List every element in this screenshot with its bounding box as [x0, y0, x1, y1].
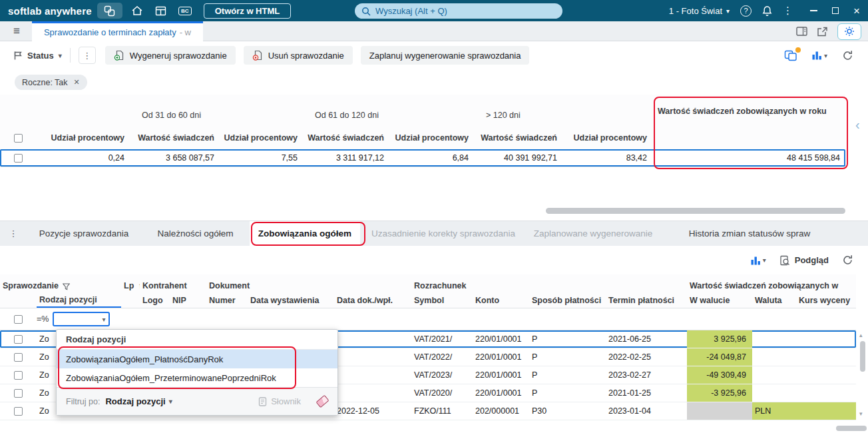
hamburger-menu-icon[interactable]: ≡ [13, 25, 20, 38]
column-header-wartosc[interactable]: Wartość świadczeń [130, 127, 220, 149]
frozen-column-nav-icon[interactable]: ‹ [855, 117, 860, 133]
upper-horizontal-scrollbar[interactable] [546, 208, 845, 214]
column-header-udzial[interactable]: Udział procentowy [37, 127, 130, 149]
tab-pozycje-sprawozdania[interactable]: Pozycje sprawozdania [27, 221, 141, 246]
dictionary-button[interactable]: Słownik [258, 396, 301, 406]
document-plus-icon [114, 50, 124, 61]
generate-report-button[interactable]: Wygeneruj sprawozdanie [105, 46, 236, 65]
bc-button[interactable]: BC [176, 3, 194, 19]
help-button[interactable]: ? [740, 5, 752, 17]
cell-kurs [796, 366, 856, 384]
column-header-wartosc[interactable]: Wartość świadczeń [474, 127, 562, 149]
row-checkbox[interactable] [14, 389, 23, 398]
row-checkbox[interactable] [14, 335, 23, 344]
filter-chip-roczne[interactable]: Roczne: Tak ✕ [15, 75, 87, 90]
topbar-menu-button[interactable]: ⋮ [783, 5, 793, 17]
side-panel-button[interactable] [796, 27, 807, 36]
delete-report-button[interactable]: Usuń sprawozdanie [244, 46, 353, 65]
cell-sposob: P [529, 366, 606, 384]
refresh-button[interactable] [842, 50, 853, 61]
lower-horizontal-scrollbar[interactable] [836, 426, 867, 431]
vertical-scrollbar-thumb[interactable] [860, 341, 865, 372]
column-header-waluta[interactable]: Waluta [752, 292, 796, 308]
close-button[interactable]: × [853, 5, 860, 17]
column-header-wartosc[interactable]: Wartość świadczeń [303, 127, 389, 149]
search-input[interactable] [375, 6, 556, 16]
column-header-data-wystawienia[interactable]: Data wystawienia [248, 292, 334, 308]
cell-w-walucie: -3 925,96 [687, 384, 752, 402]
column-header-rodzaj-pozycji[interactable]: Rodzaj pozycji [37, 292, 121, 308]
cell-symbol: VAT/2021/ [411, 330, 473, 348]
column-header-udzial[interactable]: Udział procentowy [220, 127, 303, 149]
column-group-lp[interactable]: Lp ↑ [121, 274, 140, 292]
column-header-year-value[interactable]: Wartość świadczeń zobowiązanych w roku [652, 104, 845, 149]
tab-zaplanowane-wygenerowanie[interactable]: Zaplanowane wygenerowanie [527, 221, 660, 246]
dropdown-option-platnosc-dany-rok[interactable]: ZobowiązaniaOgółem_PłatnośćDanyRok [57, 350, 337, 368]
share-button[interactable] [817, 27, 828, 37]
cell-termin: 2023-01-04 [606, 402, 687, 420]
column-header-udzial[interactable]: Udział procentowy [389, 127, 474, 149]
home-button[interactable] [128, 3, 146, 19]
tab-naleznosci-ogolem[interactable]: Należności ogółem [141, 221, 250, 246]
filter-field-selector[interactable]: Rodzaj pozycji ▾ [105, 396, 172, 406]
tab-historia-zmian-statusow[interactable]: Historia zmian statusów spraw [660, 221, 839, 246]
column-header-kurs-wyceny[interactable]: Kurs wyceny [796, 292, 856, 308]
column-header-konto[interactable]: Konto [473, 292, 529, 308]
views-button[interactable] [784, 50, 797, 61]
cell-termin: 2021-06-25 [606, 330, 687, 348]
filter-operator[interactable]: =% [37, 314, 49, 324]
column-group-sprawozdanie[interactable]: Sprawozdanie [0, 274, 121, 292]
preview-button[interactable]: Podgląd [779, 255, 829, 266]
maximize-button[interactable] [832, 7, 839, 14]
tab-strip-menu-icon[interactable]: ⋮ [0, 221, 27, 246]
row-checkbox[interactable] [14, 154, 23, 163]
modules-button[interactable] [97, 3, 122, 19]
upper-grid-row-selected[interactable]: 0,24 3 658 087,57 7,55 3 311 917,12 6,84… [0, 149, 845, 167]
experimental-mode-button[interactable] [837, 23, 861, 40]
cell-w-walucie [687, 402, 752, 420]
chart-view-button[interactable]: ▾ [812, 51, 827, 60]
global-search[interactable] [355, 3, 562, 19]
column-header-logo[interactable]: Logo [140, 292, 170, 308]
remove-filter-icon[interactable]: ✕ [74, 78, 80, 87]
scroll-down-arrow[interactable]: ▾ [859, 410, 863, 417]
document-tab-active[interactable]: Sprawozdanie o terminach zapłaty - w [32, 21, 203, 41]
column-header-w-walucie[interactable]: W walucie [687, 292, 752, 308]
status-dropdown[interactable]: Status ▾ [13, 51, 62, 61]
notifications-button[interactable] [762, 5, 772, 17]
scroll-up-arrow[interactable]: ▴ [859, 332, 863, 338]
detail-refresh-button[interactable] [842, 254, 853, 266]
schedule-report-button[interactable]: Zaplanuj wygenerowanie sprawozdania [361, 46, 530, 65]
column-header-sposob-platnosci[interactable]: Sposób płatności [529, 292, 606, 308]
column-header-symbol[interactable]: Symbol [411, 292, 473, 308]
minimize-button[interactable] [810, 10, 817, 11]
column-header-numer[interactable]: Numer [206, 292, 248, 308]
rodzaj-filter-combobox[interactable]: ▾ [53, 312, 110, 326]
cell-udzial-over-120: 83,42 [562, 149, 652, 167]
column-header-termin-platnosci[interactable]: Termin płatności [606, 292, 687, 308]
column-header-udzial[interactable]: Udział procentowy [562, 127, 652, 149]
refresh-icon [842, 50, 853, 61]
column-group-wartosc[interactable]: Wartość świadczeń zobowiązanych w [687, 274, 856, 292]
select-all-checkbox[interactable] [14, 315, 23, 324]
column-group-dokument[interactable]: Dokument [206, 274, 411, 292]
column-header-data-dok[interactable]: Data dok./wpł. [334, 292, 411, 308]
clear-filter-button[interactable] [317, 398, 328, 405]
select-all-checkbox[interactable] [14, 134, 23, 143]
tab-uzasadnienie-korekty[interactable]: Uzasadnienie korekty sprawozdania [360, 221, 527, 246]
tab-zobowiazania-ogolem[interactable]: Zobowiązania ogółem [250, 221, 360, 246]
column-group-rozrachunek[interactable]: Rozrachunek [411, 274, 687, 292]
cell-wartosc-rok: 48 415 598,84 [652, 149, 845, 167]
detail-chart-button[interactable]: ▾ [751, 256, 766, 265]
preview-label: Podgląd [795, 255, 829, 265]
row-checkbox[interactable] [14, 353, 23, 362]
more-actions-button[interactable]: ⋮ [79, 47, 96, 64]
row-checkbox[interactable] [14, 371, 23, 380]
list-view-button[interactable] [152, 3, 170, 19]
column-header-nip[interactable]: NIP [170, 292, 206, 308]
row-checkbox[interactable] [14, 407, 23, 416]
dropdown-option-przeterminowane[interactable]: ZobowiązaniaOgółem_PrzeterminowanePoprze… [57, 368, 337, 387]
company-selector[interactable]: 1 - Foto Świat ▾ [669, 6, 730, 16]
open-in-html-button[interactable]: Otwórz w HTML [204, 3, 292, 19]
column-group-kontrahent[interactable]: Kontrahent [140, 274, 206, 292]
